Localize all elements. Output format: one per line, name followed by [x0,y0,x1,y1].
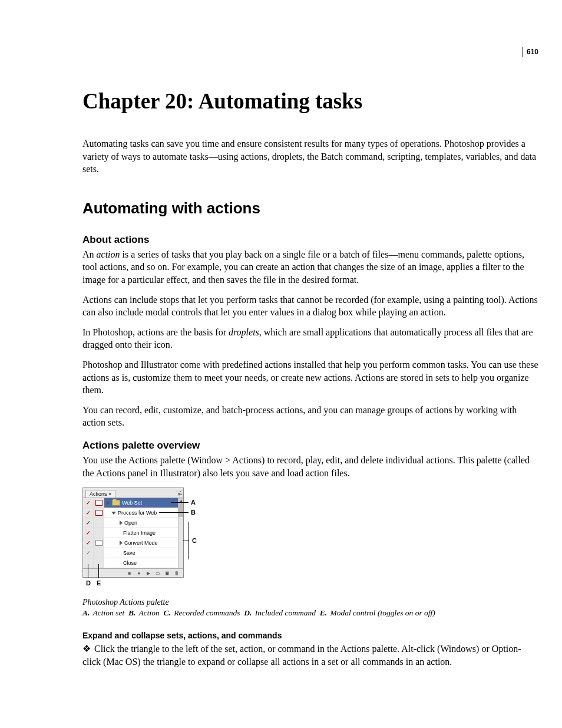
stop-icon: ■ [127,571,133,575]
about-paragraph-5: You can record, edit, customize, and bat… [82,404,538,429]
dialog-icon [95,510,103,516]
expand-heading: Expand and collapse sets, actions, and c… [82,631,538,640]
legend-key: E. [320,608,327,617]
command-label: Save [123,550,135,556]
legend-val: Recorded commands [174,608,240,617]
about-heading: About actions [82,234,538,246]
overview-heading: Actions palette overview [82,440,538,452]
play-icon: ▶ [146,571,151,575]
action-content: Process for Web [104,508,183,518]
command-row: ✓ Save [83,548,183,558]
figure-legend: A. Action set B. Action C. Recorded comm… [82,608,538,618]
intro-paragraph: Automating tasks can save you time and e… [82,137,538,176]
check-icon: ✓ [86,500,91,506]
trash-icon: 🗑 [174,571,180,575]
palette-tab: Actions × [85,490,115,498]
disclosure-triangle-icon [111,512,116,515]
disclosure-triangle-icon [105,502,110,505]
modal-toggle [94,498,104,508]
actions-palette-figure: Actions × –× ▾≡ ✓ Web Set ✓ [82,487,206,578]
palette-body: ✓ Web Set ✓ Process for Web [83,498,183,568]
leader-line [88,564,88,578]
chapter-title: Chapter 20: Automating tasks [82,88,538,114]
legend-key: A. [82,608,90,617]
folder-icon [112,500,120,506]
about-paragraph-3: In Photoshop, actions are the basis for … [82,326,538,351]
palette-titlebar: Actions × –× ▾≡ [83,488,183,498]
legend-key: D. [244,608,252,617]
callout-d: D [86,579,91,587]
record-icon: ● [136,571,142,575]
disclosure-triangle-icon [120,521,123,525]
callout-a: A [191,499,196,506]
page: 610 Chapter 20: Automating tasks Automat… [0,0,562,710]
command-label: Convert Mode [124,540,158,546]
action-label: Process for Web [118,510,157,516]
modal-toggle [94,508,104,518]
dialog-icon [95,500,103,506]
modal-toggle [94,538,104,548]
page-number: 610 [523,47,538,57]
leader-line [171,502,189,503]
callout-e: E [97,579,101,587]
include-check: ✓ [83,538,94,548]
legend-val: Action set [93,608,125,617]
about-paragraph-1: An action is a series of tasks that you … [82,248,538,286]
section-heading: Automating with actions [82,199,538,218]
expand-bullet: ❖Click the triangle to the left of the s… [82,643,538,668]
leader-line [159,512,189,513]
modal-toggle [94,548,104,558]
bullet-icon: ❖ [82,643,91,655]
callout-c: C [192,537,197,544]
emphasis-action: action [97,249,120,259]
include-check [83,558,94,568]
about-paragraph-2: Actions can include stops that let you p… [82,294,538,319]
check-icon: ✓ [86,550,91,556]
actions-palette: Actions × –× ▾≡ ✓ Web Set ✓ [82,487,184,578]
check-icon: ✓ [86,530,91,536]
leader-line [183,541,189,541]
modal-toggle [94,528,104,538]
leader-line [189,522,189,559]
modal-toggle [94,518,104,528]
disclosure-triangle-icon [120,541,123,545]
set-label: Web Set [122,500,142,506]
leader-line [98,564,99,578]
include-check: ✓ [83,528,94,538]
command-content: Save [104,548,183,558]
command-row: ✓ Open [83,518,183,528]
scrollbar: ▴ [178,498,183,568]
command-content: Flatten Image [104,528,183,538]
new-set-icon: ▭ [155,571,161,575]
command-label: Open [124,520,137,526]
new-action-icon: ▣ [164,571,170,575]
about-paragraph-4: Photoshop and Illustrator come with pred… [82,358,538,397]
set-content: Web Set [104,498,183,508]
include-check: ✓ [83,518,94,528]
legend-val: Included command [255,608,316,617]
legend-val: Modal control (toggles on or off) [330,608,435,617]
action-set-row: ✓ Web Set [83,498,183,508]
command-row: ✓ Convert Mode [83,538,183,548]
legend-key: C. [163,608,170,617]
text: is a series of tasks that you play back … [82,249,524,285]
text: An [82,249,97,259]
action-row: ✓ Process for Web [83,508,183,518]
check-icon: ✓ [86,510,91,516]
command-label: Close [123,560,137,566]
check-icon: ✓ [86,540,91,546]
legend-val: Action [138,608,159,617]
scroll-thumb [178,503,183,517]
callout-b: B [191,509,196,516]
overview-paragraph: You use the Actions palette (Window > Ac… [82,454,538,479]
command-row: ✓ Flatten Image [83,528,183,538]
modal-toggle [94,558,104,568]
dialog-icon [95,540,103,546]
command-label: Flatten Image [123,530,156,536]
bullet-text: Click the triangle to the left of the se… [82,644,521,667]
command-content: Close [104,558,183,568]
command-content: Convert Mode [104,538,183,548]
palette-menu-icon: ▾≡ [178,492,182,497]
include-check: ✓ [83,548,94,558]
figure-caption: Photoshop Actions palette [82,598,538,607]
